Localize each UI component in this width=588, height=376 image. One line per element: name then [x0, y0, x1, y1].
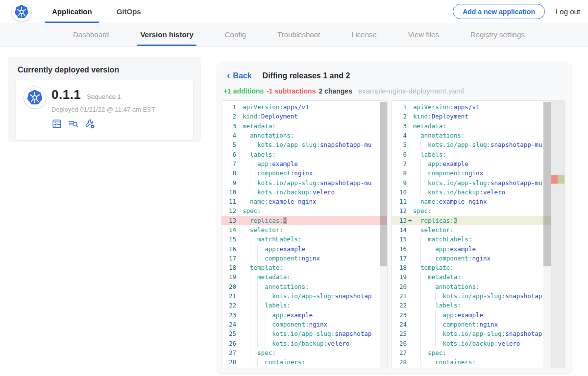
kubernetes-logo-icon: [12, 2, 31, 22]
code-line: 15matchLabels:: [392, 235, 551, 244]
code-line: 1apiVersion: apps/v1: [392, 102, 551, 112]
top-tab-application[interactable]: Application: [45, 0, 99, 23]
code-line: 28containers:: [221, 357, 387, 367]
sub-tab-troubleshoot[interactable]: Troubleshoot: [275, 23, 322, 46]
code-line: 26kots.io/backup: velero: [392, 338, 551, 348]
sub-tab-registry-settings[interactable]: Registry settings: [468, 23, 527, 46]
sub-tab-view-files[interactable]: View files: [406, 23, 441, 46]
diff-title: Diffing releases 1 and 2: [263, 71, 350, 80]
code-line: 10kots.io/backup: velero: [392, 188, 551, 197]
code-line: 1apiVersion: apps/v1: [221, 102, 387, 112]
code-line: 6labels:: [221, 149, 387, 159]
add-new-application-button[interactable]: Add a new application: [453, 4, 545, 19]
diff-filename: example-nginx-deployment.yaml: [358, 87, 464, 95]
config-tools-icon[interactable]: [85, 118, 96, 129]
chevron-left-icon: ‹: [227, 70, 230, 80]
code-line: 17component: nginx: [221, 254, 387, 263]
back-button[interactable]: ‹ Back: [227, 71, 252, 80]
additions-count: +1 additions: [223, 87, 264, 95]
scrollbar-original[interactable]: [380, 101, 387, 368]
diff-editor-original: 1apiVersion: apps/v12kind: Deployment3me…: [221, 101, 387, 368]
code-line: 11name: example-nginx: [221, 197, 387, 206]
code-line: 11name: example-nginx: [392, 197, 551, 206]
code-line: 7app: example: [221, 159, 387, 168]
code-line: 8component: nginx: [392, 168, 551, 178]
app-subnav: DashboardVersion historyConfigTroublesho…: [0, 23, 588, 47]
code-line: 22labels:: [221, 301, 387, 310]
code-line: 22labels:: [392, 301, 551, 310]
code-line: 15matchLabels:: [221, 235, 387, 244]
deployed-version-box: 0.1.1 Sequence 1 Deployed 01/21/22 @ 11:…: [16, 80, 193, 140]
code-line: 20annotations:: [392, 282, 551, 291]
currently-deployed-card: Currently deployed version 0.1.1 Sequenc…: [8, 57, 201, 142]
code-line: 26kots.io/backup: velero: [221, 338, 387, 348]
code-line: 25kots.io/app-slug: snapshotap: [392, 329, 551, 338]
code-line: 25kots.io/app-slug: snapshotap: [221, 329, 387, 338]
diff-stats: +1 additions -1 subtractions 2 changes e…: [218, 80, 571, 95]
top-nav: ApplicationGitOps Add a new application …: [0, 0, 588, 23]
code-line: 4annotations:: [221, 131, 387, 140]
sequence-label: Sequence 1: [87, 93, 121, 100]
code-line: 24component: nginx: [392, 320, 551, 329]
code-line: 10kots.io/backup: velero: [221, 188, 387, 197]
code-line: 12spec:: [392, 206, 551, 215]
code-line: 12spec:: [221, 206, 387, 215]
view-logs-icon[interactable]: [68, 118, 79, 129]
code-line: 8component: nginx: [221, 168, 387, 178]
diff-panel: ‹ Back Diffing releases 1 and 2 +1 addit…: [218, 63, 571, 373]
code-line: 18template:: [221, 263, 387, 272]
code-line: 27spec:: [392, 348, 551, 357]
code-line: 14selector:: [221, 225, 387, 235]
diff-line-added: 13+replicas: 3: [392, 216, 551, 225]
diff-line-removed: 13-replicas: 2: [221, 216, 387, 225]
version-number: 0.1.1: [51, 87, 81, 102]
diff-editor-modified: 1apiVersion: apps/v12kind: Deployment3me…: [392, 101, 564, 368]
changes-count: 2 changes: [318, 87, 352, 95]
code-line: 18template:: [392, 263, 551, 272]
code-line: 21kots.io/app-slug: snapshotap: [221, 291, 387, 301]
subtractions-count: -1 subtractions: [267, 87, 316, 95]
code-line: 5kots.io/app-slug: snapshotapp-mu: [392, 140, 551, 149]
top-tabs: ApplicationGitOps: [45, 0, 159, 23]
code-line: 19metadata:: [221, 272, 387, 282]
code-line: 19metadata:: [392, 272, 551, 282]
code-line: 28containers:: [392, 357, 551, 367]
code-line: 7app: example: [392, 159, 551, 168]
sub-tab-version-history[interactable]: Version history: [138, 23, 195, 46]
diff-ruler-marker: [551, 175, 564, 184]
code-line: 3metadata:: [221, 121, 387, 131]
top-tab-gitops[interactable]: GitOps: [110, 0, 148, 23]
scrollbar-modified[interactable]: [543, 101, 551, 368]
code-line: 16app: example: [392, 244, 551, 253]
release-notes-icon[interactable]: [51, 118, 62, 129]
code-line: 21kots.io/app-slug: snapshotap: [392, 291, 551, 301]
code-line: 23app: example: [392, 310, 551, 320]
code-line: 6labels:: [392, 149, 551, 159]
code-line: 20annotations:: [221, 282, 387, 291]
deployed-card-title: Currently deployed version: [18, 66, 193, 74]
code-line: 3metadata:: [392, 121, 551, 131]
sub-tab-license[interactable]: License: [349, 23, 379, 46]
code-line: 23app: example: [221, 310, 387, 320]
overview-ruler[interactable]: [551, 101, 564, 368]
code-line: 4annotations:: [392, 131, 551, 140]
sub-tab-config[interactable]: Config: [223, 23, 248, 46]
logout-link[interactable]: Log out: [556, 7, 580, 16]
code-line: 14selector:: [392, 225, 551, 235]
sub-tab-dashboard[interactable]: Dashboard: [71, 23, 111, 46]
code-line: 5kots.io/app-slug: snapshotapp-mu: [221, 140, 387, 149]
code-line: 2kind: Deployment: [221, 112, 387, 121]
deployed-timestamp: Deployed 01/21/22 @ 11:47 am EST: [51, 106, 185, 113]
code-line: 9kots.io/app-slug: snapshotapp-mu: [392, 178, 551, 187]
code-line: 16app: example: [221, 244, 387, 253]
app-kubernetes-icon: [24, 86, 46, 109]
code-line: 9kots.io/app-slug: snapshotapp-mu: [221, 178, 387, 187]
code-line: 24component: nginx: [221, 320, 387, 329]
code-line: 2kind: Deployment: [392, 112, 551, 121]
code-line: 27spec:: [221, 348, 387, 357]
code-line: 17component: nginx: [392, 254, 551, 263]
